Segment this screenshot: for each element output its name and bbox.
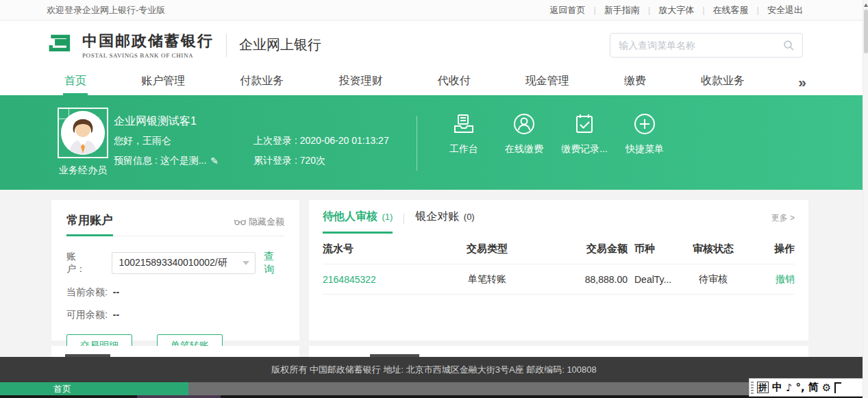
table-row: 2164845322 单笔转账 88,888.00 DealTy... 待审核 … [323, 264, 795, 295]
bank-name-cn: 中国邮政储蓄银行 [82, 31, 214, 51]
clipboard-check-icon [572, 112, 597, 136]
clipped-panel-left [51, 346, 299, 358]
divider: | [593, 5, 595, 15]
available-balance-row: 可用余额: -- [66, 309, 284, 321]
ime-width-mode-icon[interactable]: ♪ [786, 382, 793, 394]
menu-search-box [610, 33, 803, 58]
total-login-value: 720次 [300, 155, 325, 166]
product-title: 企业网上银行 [239, 36, 321, 54]
bank-name-en: POSTAL SAVINGS BANK OF CHINA [82, 52, 214, 59]
welcome-text: 欢迎登录企业网上银行-专业版 [47, 4, 165, 16]
ime-language-mode-icon[interactable]: 中 [772, 381, 782, 394]
bottom-taskbar: 首页 [0, 382, 868, 395]
col-currency: 币种 [628, 242, 679, 256]
ime-scheme-icon[interactable]: 拼 [757, 382, 769, 393]
tab-label: 待他人审核 [323, 210, 377, 222]
ime-drag-handle-icon[interactable] [751, 382, 754, 394]
nav-tab-investment[interactable]: 投资理财 [337, 69, 384, 95]
edit-pencil-icon[interactable]: ✎ [210, 156, 219, 166]
shortcut-label: 在线缴费 [505, 143, 543, 156]
clipped-panel-right [309, 346, 808, 358]
user-role-label: 业务经办员 [52, 164, 114, 177]
transaction-type: 单笔转账 [439, 273, 535, 286]
hide-amount-toggle[interactable]: 隐藏金额 [234, 216, 284, 228]
last-login-value: 2020-06-20 01:13:27 [300, 135, 389, 146]
account-select-row: 账 户： 100215893340010002/研 查询 [66, 250, 284, 276]
nav-tab-cash-mgmt[interactable]: 现金管理 [524, 69, 571, 95]
avatar[interactable] [58, 108, 108, 158]
nav-tab-receivables[interactable]: 收款业务 [699, 69, 746, 95]
ime-toolbar: 拼 中 ♪ °, 简 ⚙ [749, 378, 868, 397]
last-login: 上次登录 : 2020-06-20 01:13:27 [253, 135, 389, 147]
shortcut-payment-records[interactable]: 缴费记录... [554, 112, 615, 156]
query-link[interactable]: 查询 [264, 250, 284, 276]
menu-search-input[interactable] [619, 40, 783, 51]
nav-tab-payment[interactable]: 付款业务 [238, 69, 285, 95]
transaction-amount: 88,888.00 [535, 274, 628, 285]
ime-charset-icon[interactable]: 简 [808, 381, 819, 394]
nav-tab-fees[interactable]: 缴费 [623, 69, 647, 95]
greeting-text: 您好，王雨仑 [114, 135, 171, 147]
bank-name-block: 中国邮政储蓄银行 POSTAL SAVINGS BANK OF CHINA [82, 31, 214, 59]
tab-label: 银企对账 [415, 210, 459, 222]
divider [417, 116, 417, 171]
tab-bank-reconciliation[interactable]: 银企对账 (0) [415, 210, 474, 234]
hide-amount-label: 隐藏金额 [249, 216, 284, 228]
scrollbar-thumb[interactable] [864, 10, 868, 53]
shortcut-quick-menu[interactable]: 快捷菜单 [615, 112, 675, 156]
account-label: 账 户： [66, 251, 105, 275]
review-status: 待审核 [679, 273, 747, 286]
reserved-info-text: 预留信息 : 这个是测... [114, 155, 206, 167]
shortcut-online-payment[interactable]: 在线缴费 [494, 112, 554, 156]
nav-tab-account-mgmt[interactable]: 账户管理 [140, 69, 186, 95]
divider: | [757, 5, 759, 15]
pending-review-panel: 待他人审核 (1) 银企对账 (0) 更多 > 流水号 交易类型 交易金额 币种… [309, 200, 808, 340]
col-action: 操作 [747, 242, 795, 256]
tab-pending-review[interactable]: 待他人审核 (1) [323, 210, 393, 234]
panel-title: 常用账户 [66, 212, 113, 236]
taskbar-tab-home[interactable]: 首页 [0, 382, 188, 395]
tab-count: (0) [464, 212, 475, 222]
workbench-icon [451, 112, 476, 136]
total-login-label: 累计登录 : [253, 155, 300, 166]
topbar-links: 返回首页| 新手指南| 放大字体| 在线客服| 安全退出 [549, 4, 803, 16]
vertical-scrollbar[interactable] [863, 0, 868, 398]
available-balance-label: 可用余额: [66, 309, 108, 320]
shortcut-label: 缴费记录... [561, 143, 608, 156]
divider: | [702, 5, 704, 15]
avatar-image [61, 111, 105, 155]
user-banner: 业务经办员 企业网银测试客1 您好，王雨仑 预留信息 : 这个是测... ✎ 上… [0, 95, 868, 190]
currency: DealTy... [628, 274, 679, 285]
tab-count: (1) [382, 212, 393, 222]
link-beginner-guide[interactable]: 新手指南 [604, 4, 640, 16]
serial-number-link[interactable]: 2164845322 [323, 274, 439, 285]
ime-punctuation-icon[interactable]: °, [796, 382, 805, 394]
panel-header: 常用账户 隐藏金额 [66, 212, 284, 236]
magnifier-icon[interactable] [783, 40, 794, 51]
col-type: 交易类型 [439, 242, 535, 256]
current-balance-label: 当前余额: [66, 286, 108, 297]
more-link[interactable]: 更多 > [771, 212, 795, 224]
nav-more-chevron-icon[interactable]: » [798, 69, 806, 95]
bank-logo-icon [47, 31, 75, 60]
link-enlarge-font[interactable]: 放大字体 [658, 4, 694, 16]
ime-clipped-icon[interactable] [834, 382, 841, 393]
link-safe-exit[interactable]: 安全退出 [767, 4, 803, 16]
table-header: 流水号 交易类型 交易金额 币种 审核状态 操作 [323, 233, 795, 264]
col-status: 审核状态 [679, 242, 747, 256]
link-online-service[interactable]: 在线客服 [713, 4, 749, 16]
shortcut-workbench[interactable]: 工作台 [434, 112, 494, 156]
account-select-value: 100215893340010002/研 [119, 257, 240, 269]
link-return-home[interactable]: 返回首页 [549, 4, 585, 16]
current-balance-row: 当前余额: -- [66, 286, 284, 299]
divider [404, 213, 404, 224]
account-select[interactable]: 100215893340010002/研 [112, 252, 256, 274]
divider: | [648, 5, 650, 15]
shortcut-label: 快捷菜单 [625, 143, 664, 156]
ime-settings-gear-icon[interactable]: ⚙ [822, 382, 831, 394]
scroll-up-arrow-icon[interactable] [864, 3, 868, 7]
glasses-icon [234, 218, 246, 226]
revoke-link[interactable]: 撤销 [747, 273, 795, 286]
nav-tab-home[interactable]: 首页 [63, 69, 88, 95]
nav-tab-collection-pay[interactable]: 代收付 [436, 69, 472, 95]
